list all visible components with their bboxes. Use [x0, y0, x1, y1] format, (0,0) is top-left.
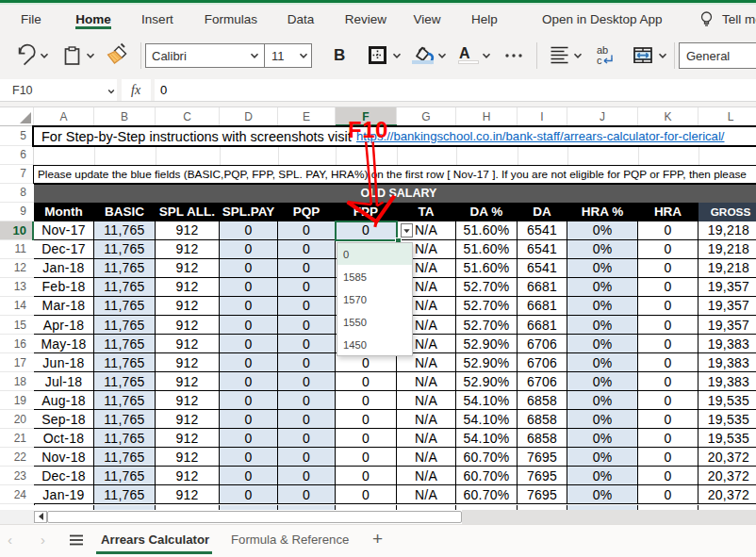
svg-text:c: c — [597, 55, 602, 66]
